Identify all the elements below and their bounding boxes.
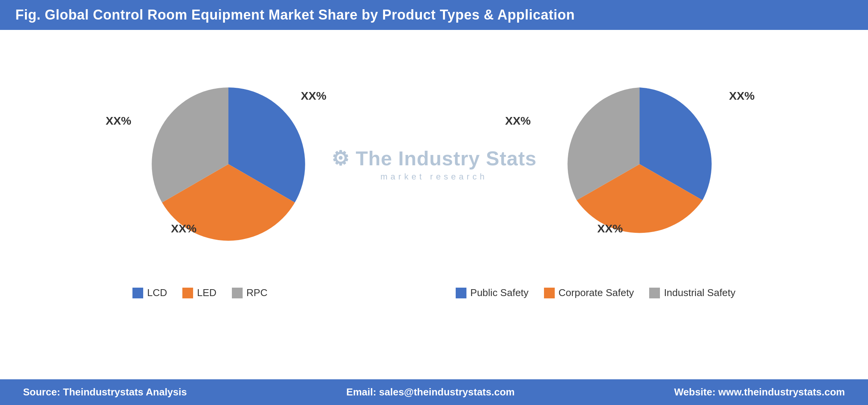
led-color xyxy=(182,288,193,298)
rpc-label: RPC xyxy=(246,287,268,299)
legend-corporate: Corporate Safety xyxy=(544,287,634,299)
industrial-label: Industrial Safety xyxy=(664,287,735,299)
page-title: Fig. Global Control Room Equipment Marke… xyxy=(15,7,575,23)
legend-rpc: RPC xyxy=(232,287,268,299)
right-industrial-label: XX% xyxy=(505,114,531,127)
footer-email: Email: sales@theindustrystats.com xyxy=(346,386,515,398)
legends-row: LCD LED RPC Public Safety Corporate Safe… xyxy=(23,287,845,299)
industrial-color xyxy=(649,288,660,298)
led-label: LED xyxy=(197,287,217,299)
footer: Source: Theindustrystats Analysis Email:… xyxy=(0,379,868,405)
right-legend: Public Safety Corporate Safety Industria… xyxy=(456,287,736,299)
legend-led: LED xyxy=(182,287,217,299)
right-pie-chart xyxy=(544,68,736,260)
legend-lcd: LCD xyxy=(132,287,167,299)
footer-source: Source: Theindustrystats Analysis xyxy=(23,386,187,398)
public-color xyxy=(456,288,466,298)
corporate-label: Corporate Safety xyxy=(559,287,634,299)
header: Fig. Global Control Room Equipment Marke… xyxy=(0,0,868,30)
lcd-label: LCD xyxy=(147,287,167,299)
legend-public: Public Safety xyxy=(456,287,529,299)
right-public-label: XX% xyxy=(729,89,755,102)
rpc-color xyxy=(232,288,243,298)
left-legend: LCD LED RPC xyxy=(132,287,268,299)
left-pie-chart xyxy=(132,68,324,260)
corporate-color xyxy=(544,288,555,298)
left-chart: XX% XX% XX% xyxy=(94,53,363,275)
footer-website: Website: www.theindustrystats.com xyxy=(674,386,845,398)
left-led-label: XX% xyxy=(171,222,197,235)
left-rpc-label: XX% xyxy=(106,114,131,127)
lcd-color xyxy=(132,288,143,298)
legend-industrial: Industrial Safety xyxy=(649,287,735,299)
left-lcd-label: XX% xyxy=(301,89,327,102)
right-corporate-label: XX% xyxy=(597,222,623,235)
right-chart: XX% XX% XX% xyxy=(505,53,774,275)
public-label: Public Safety xyxy=(470,287,529,299)
